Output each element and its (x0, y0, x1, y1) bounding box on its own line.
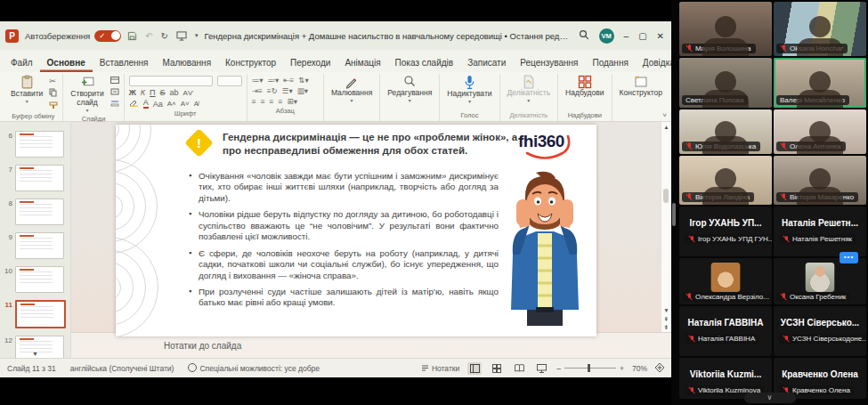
search-icon[interactable] (579, 29, 589, 42)
addins-button[interactable]: Надбудови (563, 74, 606, 99)
zoom-slider[interactable]: –+ (556, 364, 624, 373)
tab-file[interactable]: Файл (4, 54, 40, 72)
autosave-control[interactable]: Автозбереження ✓ (25, 30, 121, 42)
section-icon[interactable] (110, 100, 119, 109)
more-participants-chevron[interactable]: ∨ (744, 393, 796, 403)
save-icon[interactable] (127, 31, 137, 41)
document-title[interactable]: Гендерна дискримінація + Домашне насильс… (205, 31, 572, 41)
account-avatar[interactable]: VM (599, 28, 614, 44)
zoom-slider-knob[interactable] (588, 364, 590, 372)
slide-canvas[interactable]: ! Гендерна дискримінація — це не про «пр… (71, 122, 671, 332)
align-text-button[interactable]: ☰▾ (282, 86, 293, 95)
slide-thumbnail-panel[interactable]: 6 7 8 9 10 11 12 ▼ (0, 122, 71, 358)
zoom-level[interactable]: 70% (632, 364, 647, 373)
tab-draw[interactable]: Малювання (155, 54, 218, 72)
next-slide-icon[interactable]: ⇟ (664, 323, 669, 332)
drawing-button[interactable]: Малювання▾ (329, 74, 375, 105)
thumbnail-slide-6[interactable]: 6 (2, 131, 68, 158)
clear-format-button[interactable]: А̸ (194, 100, 199, 108)
bullets-button[interactable]: ≔▾ (252, 76, 264, 85)
restore-button[interactable]: ▢ (638, 31, 646, 41)
strikethrough-button[interactable]: S (160, 88, 166, 97)
thumbnail-slide-8[interactable]: 8 (2, 198, 68, 225)
smartart-button[interactable]: ⊞▾ (288, 97, 297, 106)
change-case-button[interactable]: Aa (153, 100, 163, 109)
participant-tile-speaking[interactable]: Валері Михайленко (774, 58, 866, 108)
format-painter-icon[interactable] (49, 101, 58, 111)
indent-increase-icon[interactable]: ⇥≡ (252, 86, 263, 95)
underline-button[interactable]: П (150, 88, 155, 97)
text-direction-button[interactable]: ≡↻ (267, 86, 278, 95)
participant-tile[interactable]: Вікторія Ландіна (679, 156, 772, 205)
previous-slide-icon[interactable]: ⇞ (664, 315, 669, 324)
tab-slideshow[interactable]: Показ слайдів (388, 54, 461, 72)
normal-view-button[interactable] (467, 362, 482, 375)
thumbnail-slide-10[interactable]: 10 (2, 266, 68, 293)
participant-tile[interactable]: Наталія Решетн... Наталія Решетняк (774, 207, 866, 256)
numbering-button[interactable]: ≕▾ (267, 76, 279, 85)
designer-button[interactable]: Конструктор (617, 74, 665, 99)
slide-sorter-view-button[interactable] (490, 362, 504, 375)
thumbnail-slide-9[interactable]: 9 (2, 232, 68, 259)
tab-transitions[interactable]: Переходи (283, 54, 337, 72)
fit-slide-icon[interactable] (655, 363, 664, 374)
align-left-button[interactable]: ≡ (252, 97, 256, 106)
language-indicator[interactable]: англійська (Сполучені Штати) (70, 364, 174, 373)
panel-scrollbar-thumb[interactable] (672, 203, 676, 226)
line-spacing-button[interactable]: ⇅▾ (298, 76, 308, 85)
accessibility-status[interactable]: Спеціальні можливості: усе добре (188, 363, 320, 373)
participant-tile[interactable]: Юлія Водолазська (679, 109, 772, 154)
participant-tile[interactable]: Oksana Honchar (774, 2, 866, 56)
tab-insert[interactable]: Вставлення (93, 54, 156, 72)
scroll-up-icon[interactable]: ▲ (663, 122, 669, 132)
new-slide-button[interactable]: Створити слайд▾ (68, 74, 106, 114)
dictate-button[interactable]: Надиктувати▾ (444, 74, 494, 106)
redo-icon[interactable]: ↻ (161, 31, 168, 41)
copy-icon[interactable] (49, 88, 58, 99)
slideshow-view-button[interactable] (534, 362, 548, 375)
scrollbar-thumb[interactable] (663, 189, 669, 203)
reading-view-button[interactable] (512, 362, 526, 375)
notes-toggle-button[interactable]: Нотатки (421, 364, 459, 373)
tab-view[interactable]: Подання (585, 54, 635, 72)
participant-tile[interactable]: Оксана Гребеник (774, 258, 866, 304)
reset-icon[interactable] (110, 88, 119, 97)
close-button[interactable]: ✕ (657, 31, 664, 41)
participant-more-options-button[interactable]: ••• (840, 252, 858, 263)
cut-icon[interactable]: ✂ (49, 77, 58, 85)
participant-tile[interactable]: Вікторія Макаренко (774, 156, 866, 205)
qat-overflow-icon[interactable]: ▾ (195, 32, 199, 39)
thumbnail-slide-11-active[interactable]: 11 (2, 300, 68, 328)
slide[interactable]: ! Гендерна дискримінація — це не про «пр… (116, 125, 596, 336)
collapse-ribbon-icon[interactable]: ˅ (662, 111, 667, 119)
align-right-button[interactable]: ≡ (270, 97, 274, 106)
tab-record[interactable]: Записати (460, 54, 513, 72)
font-name-combobox[interactable] (129, 76, 213, 86)
scroll-down-icon[interactable]: ▼ (663, 305, 669, 315)
participant-tile[interactable]: Марія Волошина (679, 2, 772, 56)
participant-tile[interactable]: Светлана Попова (679, 58, 772, 108)
grow-font-button[interactable]: А˄ (167, 100, 176, 108)
participant-tile[interactable]: УСЗН Сіверсько... УСЗН Сіверськодоне... (774, 306, 866, 356)
autosave-toggle[interactable]: ✓ (94, 30, 121, 42)
columns-button[interactable]: ▥▾ (297, 86, 308, 95)
participant-tile[interactable]: Олександра Верзіло... (679, 258, 772, 304)
slide-scrollbar[interactable]: ▲ ▼ ⇞ ⇟ (661, 122, 671, 332)
font-color-button[interactable]: А (143, 99, 149, 109)
participant-tile[interactable]: Наталія ГАВВІНА Наталія ГАВВІНА (679, 306, 772, 356)
align-center-button[interactable]: ≡ (261, 97, 265, 106)
tab-review[interactable]: Рецензування (513, 54, 585, 72)
highlight-pen-icon[interactable] (129, 99, 139, 109)
minimize-button[interactable]: – (624, 31, 629, 41)
editing-button[interactable]: Редагування▾ (385, 74, 434, 105)
char-spacing-button[interactable]: АѴ (183, 89, 194, 97)
paste-button[interactable]: Вставити▾ (8, 74, 45, 106)
tab-animations[interactable]: Анімація (337, 54, 387, 72)
shadow-button[interactable]: ab (170, 88, 179, 97)
start-slideshow-icon[interactable] (176, 31, 187, 41)
participant-tile[interactable]: Олена Антонюк (774, 109, 866, 154)
indent-decrease-icon[interactable]: ⇤≡ (283, 76, 294, 85)
bold-button[interactable]: Ж (129, 88, 136, 97)
participant-tile[interactable]: Ігор УХАНЬ УП... Ігор УХАНЬ УПД ГУН... (679, 207, 772, 256)
shrink-font-button[interactable]: А˅ (181, 100, 190, 108)
